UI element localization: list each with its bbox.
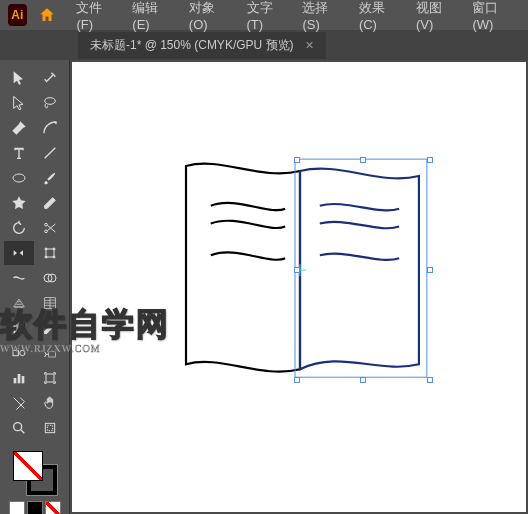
selection-handle[interactable] [427,267,433,273]
artboard[interactable] [72,62,526,512]
artboard-tool[interactable] [35,366,65,390]
column-graph-tool[interactable] [4,366,34,390]
selection-handle[interactable] [360,377,366,383]
lasso-tool[interactable] [35,91,65,115]
ellipse-tool[interactable] [4,166,34,190]
svg-point-14 [20,350,25,355]
svg-point-8 [53,256,55,258]
selection-handle[interactable] [294,377,300,383]
menu-edit[interactable]: 编辑(E) [124,0,177,36]
selection-handle[interactable] [294,267,300,273]
type-tool[interactable] [4,141,34,165]
svg-rect-22 [47,425,52,430]
svg-point-5 [45,248,47,250]
svg-rect-19 [46,374,54,382]
paintbrush-tool[interactable] [35,166,65,190]
selection-handle[interactable] [427,377,433,383]
svg-point-0 [45,98,56,105]
magic-wand-tool[interactable] [35,66,65,90]
curvature-tool[interactable] [35,116,65,140]
zoom-tool[interactable] [4,416,34,440]
menu-view[interactable]: 视图(V) [408,0,461,36]
artwork [72,62,526,512]
line-tool[interactable] [35,141,65,165]
svg-rect-18 [22,376,25,383]
svg-rect-27 [295,159,427,377]
menu-bar: Ai 文件(F) 编辑(E) 对象(O) 文字(T) 选择(S) 效果(C) 视… [0,0,528,30]
eyedropper-tool[interactable] [35,316,65,340]
selection-handle[interactable] [427,157,433,163]
svg-rect-4 [46,249,54,257]
tab-title: 未标题-1* @ 150% (CMYK/GPU 预览) [90,37,294,54]
svg-rect-13 [13,350,18,355]
gradient-swatch[interactable] [27,501,43,514]
svg-point-6 [53,248,55,250]
shape-builder-tool[interactable] [35,266,65,290]
svg-point-20 [14,423,22,431]
svg-rect-15 [49,352,56,357]
free-transform-tool[interactable] [35,241,65,265]
canvas-area[interactable] [70,60,528,514]
svg-point-3 [45,230,48,233]
symbol-sprayer-tool[interactable] [35,341,65,365]
shaper-tool[interactable] [4,191,34,215]
home-button[interactable] [37,4,59,26]
color-swatch[interactable] [9,501,25,514]
hand-tool[interactable] [35,391,65,415]
menu-select[interactable]: 选择(S) [294,0,347,36]
print-tiling-tool[interactable] [35,416,65,440]
gradient-tool[interactable] [4,316,34,340]
rotate-tool[interactable] [4,216,34,240]
slice-tool[interactable] [4,391,34,415]
menu-object[interactable]: 对象(O) [181,0,235,36]
svg-rect-16 [14,378,17,383]
svg-rect-12 [14,323,25,334]
tab-close-button[interactable]: × [306,37,314,53]
direct-selection-tool[interactable] [4,91,34,115]
fill-stroke-indicator[interactable] [13,451,57,495]
mesh-tool[interactable] [35,291,65,315]
fill-color-box[interactable] [13,451,43,481]
width-tool[interactable] [4,266,34,290]
svg-rect-21 [45,423,54,432]
selection-handle[interactable] [294,157,300,163]
svg-point-7 [45,256,47,258]
scissors-tool[interactable] [35,216,65,240]
reflect-tool[interactable] [4,241,34,265]
menu-type[interactable]: 文字(T) [239,0,291,36]
svg-point-1 [13,174,25,182]
menu-file[interactable]: 文件(F) [68,0,120,36]
menu-window[interactable]: 窗口(W) [464,0,520,36]
document-tab[interactable]: 未标题-1* @ 150% (CMYK/GPU 预览) × [78,32,326,59]
blend-tool[interactable] [4,341,34,365]
perspective-grid-tool[interactable] [4,291,34,315]
color-controls [4,447,65,514]
none-swatch[interactable] [45,501,61,514]
toolbox [0,60,70,514]
svg-point-2 [45,223,48,226]
pen-tool[interactable] [4,116,34,140]
svg-rect-17 [18,374,21,383]
menu-effect[interactable]: 效果(C) [351,0,404,36]
selection-tool[interactable] [4,66,34,90]
selection-handle[interactable] [360,157,366,163]
app-icon: Ai [8,4,27,26]
eraser-tool[interactable] [35,191,65,215]
